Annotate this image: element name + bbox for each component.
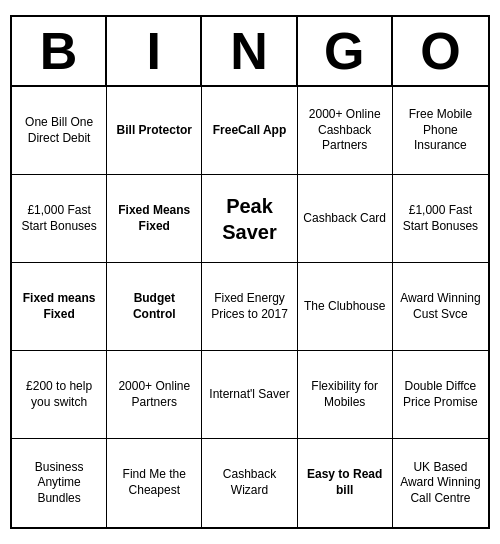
bingo-cell-5: £1,000 Fast Start Bonuses [12,175,107,263]
bingo-grid: One Bill One Direct DebitBill ProtectorF… [12,87,488,527]
bingo-cell-24: UK Based Award Winning Call Centre [393,439,488,527]
bingo-cell-16: 2000+ Online Partners [107,351,202,439]
bingo-cell-18: Flexibility for Mobiles [298,351,393,439]
bingo-cell-22: Cashback Wizard [202,439,297,527]
bingo-cell-7: Peak Saver [202,175,297,263]
bingo-cell-10: Fixed means Fixed [12,263,107,351]
bingo-cell-14: Award Winning Cust Svce [393,263,488,351]
bingo-cell-20: Business Anytime Bundles [12,439,107,527]
bingo-cell-17: Internat'l Saver [202,351,297,439]
bingo-cell-19: Double Diffce Price Promise [393,351,488,439]
bingo-letter-o: O [393,17,488,85]
bingo-cell-3: 2000+ Online Cashback Partners [298,87,393,175]
bingo-cell-4: Free Mobile Phone Insurance [393,87,488,175]
bingo-cell-21: Find Me the Cheapest [107,439,202,527]
bingo-letter-g: G [298,17,393,85]
bingo-cell-6: Fixed Means Fixed [107,175,202,263]
bingo-cell-23: Easy to Read bill [298,439,393,527]
bingo-header: BINGO [12,17,488,87]
bingo-letter-b: B [12,17,107,85]
bingo-letter-i: I [107,17,202,85]
bingo-cell-8: Cashback Card [298,175,393,263]
bingo-cell-13: The Clubhouse [298,263,393,351]
bingo-cell-2: FreeCall App [202,87,297,175]
bingo-letter-n: N [202,17,297,85]
bingo-cell-15: £200 to help you switch [12,351,107,439]
bingo-cell-12: Fixed Energy Prices to 2017 [202,263,297,351]
bingo-card: BINGO One Bill One Direct DebitBill Prot… [10,15,490,529]
bingo-cell-0: One Bill One Direct Debit [12,87,107,175]
bingo-cell-9: £1,000 Fast Start Bonuses [393,175,488,263]
bingo-cell-1: Bill Protector [107,87,202,175]
bingo-cell-11: Budget Control [107,263,202,351]
